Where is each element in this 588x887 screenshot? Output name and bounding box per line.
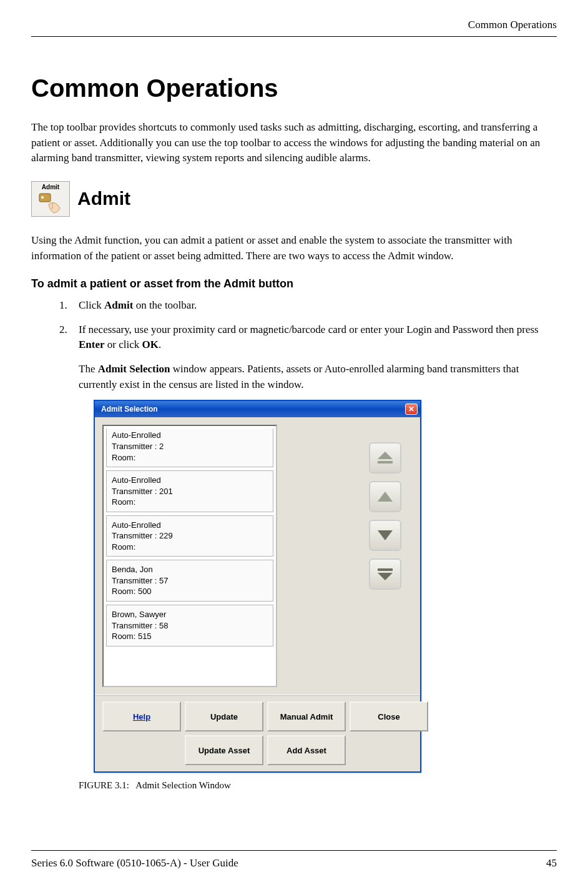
admit-heading-row: Admit Admit [31, 181, 557, 217]
scroll-top-button[interactable] [369, 442, 401, 473]
list-item-transmitter: Transmitter : 229 [112, 531, 173, 540]
scroll-bottom-button[interactable] [369, 558, 401, 590]
svg-marker-4 [378, 492, 393, 502]
procedure-list: Click Admit on the toolbar. If necessary… [70, 298, 557, 353]
add-asset-button[interactable]: Add Asset [267, 735, 346, 765]
list-item-room: Room: 500 [112, 587, 152, 596]
list-item-room: Room: [112, 542, 135, 552]
svg-marker-7 [378, 573, 393, 580]
close-icon[interactable]: ✕ [405, 404, 418, 415]
header-rule [31, 36, 557, 37]
list-item[interactable]: Brown, Sawyer Transmitter : 58 Room: 515 [106, 605, 273, 647]
admit-description: Using the Admit function, you can admit … [31, 233, 557, 264]
scroll-up-button[interactable] [369, 481, 401, 512]
list-item[interactable]: Benda, Jon Transmitter : 57 Room: 500 [106, 560, 273, 602]
figure-caption-text: Admit Selection Window [135, 780, 230, 790]
admit-selection-window: Admit Selection ✕ Auto-Enrolled Transmit… [94, 400, 421, 773]
figure-caption: FIGURE 3.1: Admit Selection Window [79, 780, 557, 791]
admit-toolbar-icon: Admit [31, 181, 70, 217]
list-item-name: Benda, Jon [112, 565, 153, 574]
step1-post: on the toolbar. [133, 299, 197, 311]
nav-button-panel [369, 442, 401, 687]
list-item-room: Room: 515 [112, 632, 152, 641]
help-button[interactable]: Help [102, 701, 181, 731]
list-item[interactable]: Auto-Enrolled Transmitter : 2 Room: [106, 429, 273, 467]
dialog-title: Admit Selection [97, 405, 158, 414]
update-asset-button[interactable]: Update Asset [185, 735, 263, 765]
svg-marker-2 [378, 452, 393, 459]
list-item[interactable]: Auto-Enrolled Transmitter : 201 Room: [106, 470, 273, 512]
update-button[interactable]: Update [185, 701, 263, 731]
step2-post: . [159, 339, 161, 350]
running-header: Common Operations [31, 19, 557, 31]
chevron-bottom-icon [376, 567, 394, 582]
manual-admit-button[interactable]: Manual Admit [267, 701, 346, 731]
dialog-titlebar: Admit Selection ✕ [95, 401, 420, 417]
step1-pre: Click [79, 299, 104, 311]
list-item-room: Room: [112, 497, 135, 507]
close-button[interactable]: Close [350, 701, 428, 731]
list-item-name: Auto-Enrolled [112, 520, 161, 530]
list-item-transmitter: Transmitter : 2 [112, 442, 164, 451]
svg-point-1 [41, 196, 44, 199]
procedure-heading: To admit a patient or asset from the Adm… [31, 277, 557, 290]
step-2: If necessary, use your proximity card or… [70, 322, 557, 353]
step2-mid: or click [105, 339, 142, 350]
svg-rect-6 [378, 568, 393, 571]
step2-bold2: OK [142, 339, 159, 350]
page-footer: Series 6.0 Software (0510-1065-A) - User… [31, 850, 557, 870]
admit-heading: Admit [77, 188, 130, 209]
chevron-up-icon [376, 489, 394, 504]
note-pre: The [79, 363, 98, 375]
admit-icon-label: Admit [42, 184, 59, 191]
patient-list-panel: Auto-Enrolled Transmitter : 2 Room: Auto… [102, 425, 277, 687]
page-title: Common Operations [31, 74, 557, 102]
list-item-transmitter: Transmitter : 58 [112, 621, 169, 630]
figure-label: FIGURE 3.1: [79, 780, 129, 790]
list-item[interactable]: Auto-Enrolled Transmitter : 229 Room: [106, 515, 273, 557]
admit-hand-tag-icon [37, 192, 64, 214]
dialog-button-bar: Help Update Manual Admit Close Update As… [95, 695, 420, 771]
help-button-label: Help [133, 712, 150, 721]
chevron-top-icon [376, 450, 394, 465]
dialog-body: Auto-Enrolled Transmitter : 2 Room: Auto… [95, 417, 420, 695]
scroll-down-button[interactable] [369, 520, 401, 551]
list-item-transmitter: Transmitter : 201 [112, 487, 173, 496]
svg-marker-5 [378, 530, 393, 540]
list-item-name: Auto-Enrolled [112, 475, 161, 485]
footer-rule [31, 850, 557, 851]
step-1: Click Admit on the toolbar. [70, 298, 557, 314]
step2-bold1: Enter [79, 339, 105, 350]
list-item-name: Brown, Sawyer [112, 610, 166, 619]
svg-rect-0 [39, 194, 51, 202]
step1-bold: Admit [104, 299, 133, 311]
list-item-transmitter: Transmitter : 57 [112, 576, 169, 585]
footer-left: Series 6.0 Software (0510-1065-A) - User… [31, 857, 238, 870]
intro-paragraph: The top toolbar provides shortcuts to co… [31, 120, 557, 166]
note-bold: Admit Selection [98, 363, 170, 375]
screenshot-container: Admit Selection ✕ Auto-Enrolled Transmit… [94, 400, 557, 773]
page-number: 45 [546, 857, 557, 870]
chevron-down-icon [376, 528, 394, 543]
svg-rect-3 [378, 461, 393, 463]
list-item-room: Room: [112, 453, 135, 462]
list-item-name: Auto-Enrolled [112, 430, 161, 440]
step2-pre: If necessary, use your proximity card or… [79, 324, 539, 335]
step2-note: The Admit Selection window appears. Pati… [79, 362, 557, 392]
